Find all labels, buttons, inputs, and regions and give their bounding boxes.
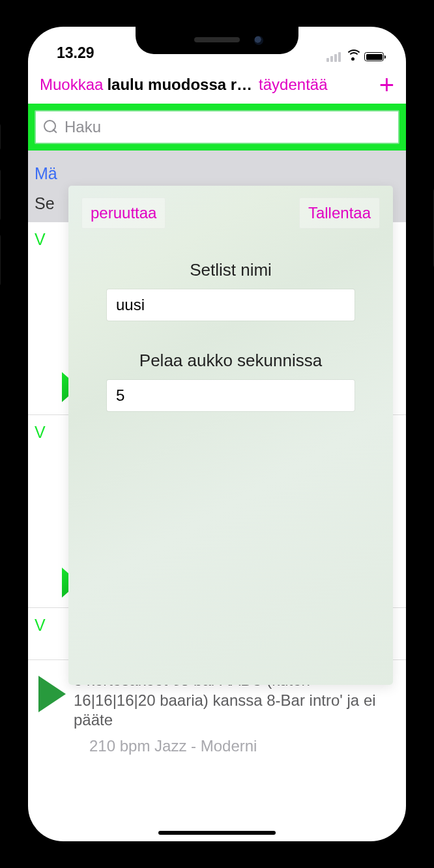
page-title: laulu muodossa r…: [107, 76, 252, 94]
complete-button[interactable]: täydentää: [259, 76, 327, 94]
edit-button[interactable]: Muokkaa: [40, 76, 103, 94]
song-meta: 210 bpm Jazz - Moderni: [89, 737, 392, 755]
play-gap-input[interactable]: 5: [107, 380, 354, 411]
volume-up: [0, 169, 1, 220]
search-band: Haku: [28, 104, 406, 151]
row-marker: V: [35, 423, 46, 442]
home-indicator[interactable]: [158, 831, 276, 835]
wifi-icon: [345, 51, 360, 62]
row-marker: V: [35, 616, 46, 635]
play-gap-label: Pelaa aukko sekunnissa: [81, 351, 380, 371]
search-placeholder: Haku: [65, 118, 101, 136]
phone-frame: 13.29 Muokkaa laulu muodossa r… täydentä…: [0, 0, 434, 868]
screen: 13.29 Muokkaa laulu muodossa r… täydentä…: [28, 27, 406, 841]
clock: 13.29: [57, 44, 94, 62]
search-input[interactable]: Haku: [35, 110, 399, 144]
row-marker: V: [35, 230, 46, 249]
notch: [136, 27, 298, 54]
setlist-dialog: peruuttaa Tallentaa Setlist nimi uusi Pe…: [68, 186, 393, 685]
battery-icon: [364, 52, 384, 61]
header-line-1: Mä: [35, 164, 57, 183]
volume-down: [0, 235, 1, 285]
front-camera: [254, 36, 263, 45]
setlist-name-input[interactable]: uusi: [107, 289, 354, 321]
speaker-grill: [194, 37, 240, 42]
cancel-button[interactable]: peruuttaa: [81, 197, 166, 229]
header-line-2: Se: [35, 194, 55, 213]
setlist-name-label: Setlist nimi: [81, 260, 380, 280]
save-button[interactable]: Tallentaa: [299, 197, 380, 229]
search-icon: [44, 120, 58, 134]
mute-switch: [0, 124, 1, 150]
nav-bar: Muokkaa laulu muodossa r… täydentää +: [28, 66, 406, 104]
cellular-icon: [326, 52, 341, 62]
play-icon[interactable]: [38, 676, 66, 712]
